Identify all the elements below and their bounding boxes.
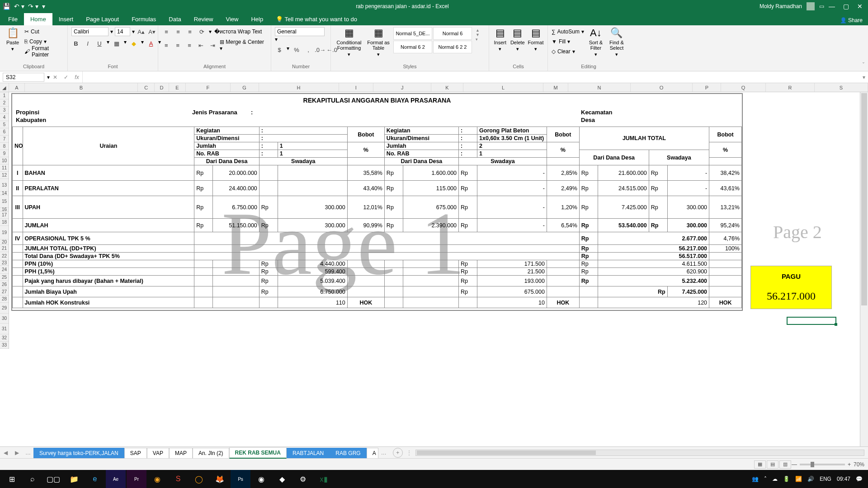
col-header-D[interactable]: D [155,83,169,92]
view-normal-icon[interactable]: ▦ [754,460,766,469]
app-icon-4[interactable]: ◆ [272,470,292,488]
paste-button[interactable]: 📋Paste▾ [4,27,22,52]
comma-format-icon[interactable]: , [304,45,313,54]
row-header-32[interactable]: 32 [0,334,9,342]
zoom-out-button[interactable]: — [792,461,797,468]
col-header-Q[interactable]: Q [721,83,765,92]
col-header-B[interactable]: B [25,83,138,92]
select-all-corner[interactable]: ◢ [0,83,9,92]
row-header-18[interactable]: 18 [0,219,9,226]
language-indicator[interactable]: ENG [820,476,831,482]
app-icon-1[interactable]: ◉ [147,470,167,488]
minimize-button[interactable]: — [829,3,835,10]
redo-icon[interactable]: ↷ ▾ [28,3,38,10]
ribbon-display-icon[interactable]: ▭ [819,3,824,9]
font-color-button[interactable]: A [146,39,156,48]
col-header-P[interactable]: P [693,83,721,92]
battery-icon[interactable]: 🔋 [783,476,790,482]
excel-taskbar-icon[interactable]: x▮ [314,470,334,488]
style-normal622[interactable]: Normal 6 2 2 [433,41,472,53]
row-header-33[interactable]: 33 [0,342,9,349]
sheet-tab-rabtjalan[interactable]: RABTJALAN [287,448,330,458]
sheet-tab-a[interactable]: A [367,448,378,458]
search-button[interactable]: ⌕ [23,470,42,488]
row-header-14[interactable]: 14 [0,192,9,195]
col-header-E[interactable]: E [169,83,186,92]
view-page-layout-icon[interactable]: ▤ [767,460,778,469]
col-header-C[interactable]: C [138,83,155,92]
row-header-2[interactable]: 2 [0,99,9,107]
row-header-17[interactable]: 17 [0,211,9,219]
col-header-L[interactable]: L [463,83,543,92]
app-icon-2[interactable]: S [168,470,188,488]
col-header-A[interactable]: A [9,83,25,92]
percent-format-icon[interactable]: % [292,45,301,54]
col-header-F[interactable]: F [186,83,230,92]
row-header-4[interactable]: 4 [0,114,9,121]
chrome-icon[interactable]: ◉ [251,470,271,488]
file-explorer-icon[interactable]: 📁 [64,470,84,488]
clear-button[interactable]: ◇ Clear ▾ [552,47,584,56]
decrease-font-icon[interactable]: A▾ [147,27,156,36]
cell-selection[interactable] [787,317,836,325]
align-middle-icon[interactable]: ≡ [174,27,183,36]
style-normal6[interactable]: Normal 6 [433,27,472,40]
sheet-tab-rekrab[interactable]: REK RAB SEMUA [229,447,287,459]
orientation-icon[interactable]: ⟳ [197,27,206,36]
expand-formula-icon[interactable]: ▾ [860,74,868,80]
find-select-button[interactable]: 🔍Find & Select▾ [608,27,626,57]
align-top-icon[interactable]: ≡ [162,27,171,36]
row-header-1[interactable]: 1 [0,92,9,99]
qat-customize-icon[interactable]: ▾ [42,3,45,10]
row-header-12[interactable]: 12 [0,172,9,179]
zoom-level[interactable]: 70% [854,461,864,468]
row-header-13[interactable]: 13 [0,179,9,192]
tab-page-layout[interactable]: Page Layout [80,13,125,25]
cell-styles-gallery[interactable]: Normal 5_DE... Normal 6 Normal 6 2 Norma… [393,27,472,53]
conditional-formatting-button[interactable]: ▦Conditional Formatting▾ [335,27,363,57]
sheet-tab-vap[interactable]: VAP [147,448,169,458]
col-header-N[interactable]: N [568,83,631,92]
align-left-icon[interactable]: ≡ [162,41,171,50]
border-button[interactable]: ▦ [112,39,121,48]
tab-file[interactable]: File [2,13,24,25]
insert-cells-button[interactable]: ▤Insert▾ [493,27,508,52]
ps-icon[interactable]: Ps [231,470,250,488]
row-header-15[interactable]: 15 [0,195,9,208]
row-header-19[interactable]: 19 [0,226,9,239]
align-center-icon[interactable]: ≡ [174,41,183,50]
firefox-icon[interactable]: 🦊 [210,470,230,488]
row-header-31[interactable]: 31 [0,324,9,334]
merge-center-button[interactable]: ⊞ Merge & Center ▾ [220,39,267,52]
col-header-I[interactable]: I [339,83,374,92]
row-header-10[interactable]: 10 [0,157,9,164]
cancel-formula-icon[interactable]: ✕ [50,74,61,80]
pr-icon[interactable]: Pr [127,470,146,488]
onedrive-icon[interactable]: ☁ [772,476,778,482]
italic-button[interactable]: I [83,39,92,48]
view-page-break-icon[interactable]: ▥ [779,460,791,469]
restore-button[interactable]: ▢ [843,3,849,10]
formula-input[interactable] [82,71,860,83]
row-header-7[interactable]: 7 [0,136,9,143]
bold-button[interactable]: B [71,39,80,48]
styles-scroll-down-icon[interactable]: ▼ [476,33,480,37]
format-cells-button[interactable]: ▤Format▾ [528,27,544,52]
tab-review[interactable]: Review [188,13,220,25]
increase-decimal-icon[interactable]: .0→ [316,45,325,54]
row-header-26[interactable]: 26 [0,281,9,288]
col-header-K[interactable]: K [431,83,463,92]
tell-me[interactable]: 💡 Tell me what you want to do [269,13,363,25]
new-sheet-button[interactable]: + [393,448,403,458]
font-size-input[interactable]: 14 [115,27,130,36]
align-bottom-icon[interactable]: ≡ [185,27,194,36]
row-header-30[interactable]: 30 [0,314,9,324]
accounting-format-icon[interactable]: $ [275,45,284,54]
close-button[interactable]: ✕ [857,3,863,10]
row-header-21[interactable]: 21 [0,245,9,252]
user-avatar-icon[interactable] [807,2,815,10]
app-icon-3[interactable]: ◯ [189,470,209,488]
sheet-nav-next-icon[interactable]: ▶ [11,450,23,456]
col-header-R[interactable]: R [766,83,815,92]
wrap-text-button[interactable]: �истота Wrap Text [214,28,262,35]
